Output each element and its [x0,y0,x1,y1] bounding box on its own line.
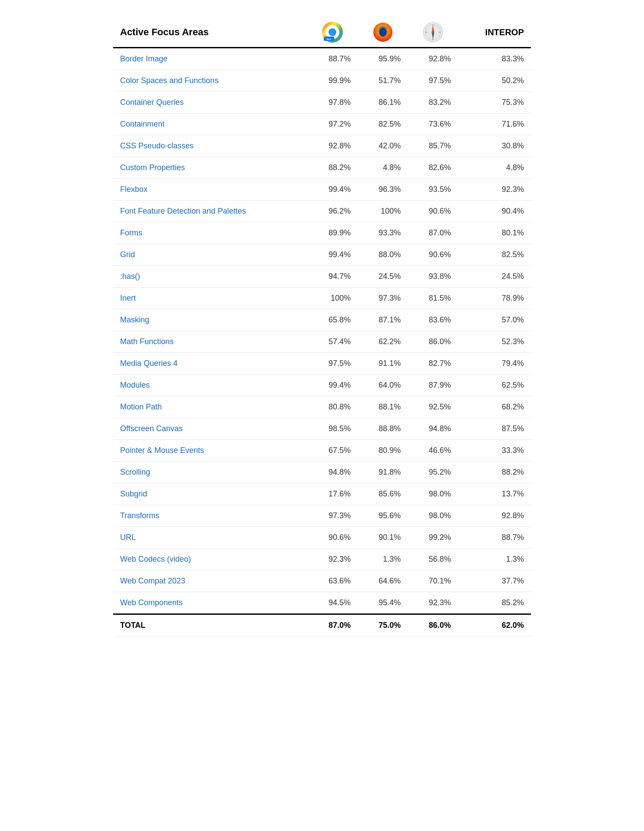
row-name[interactable]: Pointer & Mouse Events [113,440,307,462]
table-row: :has()94.7%24.5%93.8%24.5% [113,266,531,288]
row-name[interactable]: Color Spaces and Functions [113,70,307,92]
row-safari: 56.8% [408,549,458,570]
row-firefox: 95.4% [358,592,408,614]
row-name[interactable]: Modules [113,375,307,396]
total-interop: 62.0% [458,614,531,637]
row-firefox: 86.1% [358,92,408,114]
row-name[interactable]: :has() [113,266,307,288]
row-safari: 93.8% [408,266,458,288]
row-interop: 87.5% [458,418,531,440]
row-interop: 92.3% [458,179,531,201]
table-row: Container Queries97.8%86.1%83.2%75.3% [113,92,531,114]
table-row: Motion Path80.8%88.1%92.5%68.2% [113,396,531,418]
row-firefox: 64.0% [358,375,408,396]
row-name[interactable]: Containment [113,114,307,135]
row-interop: 82.5% [458,244,531,266]
row-interop: 33.3% [458,440,531,462]
table-row: Inert100%97.3%81.5%78.9% [113,288,531,309]
row-interop: 78.9% [458,288,531,309]
row-name[interactable]: Transforms [113,505,307,527]
row-firefox: 4.8% [358,157,408,179]
row-firefox: 95.9% [358,48,408,70]
table-row: Forms89.9%93.3%87.0%80.1% [113,222,531,244]
svg-text:Dev: Dev [326,38,332,40]
row-chrome: 99.9% [307,70,358,92]
table-row: Masking65.8%87.1%83.6%57.0% [113,309,531,331]
table-row: Scrolling94.8%91.8%95.2%88.2% [113,462,531,483]
row-name[interactable]: Masking [113,309,307,331]
row-name[interactable]: Offscreen Canvas [113,418,307,440]
row-safari: 87.9% [408,375,458,396]
row-safari: 98.0% [408,505,458,527]
row-firefox: 91.1% [358,353,408,375]
row-safari: 92.3% [408,592,458,614]
row-interop: 50.2% [458,70,531,92]
row-name[interactable]: CSS Pseudo-classes [113,135,307,157]
row-name[interactable]: Grid [113,244,307,266]
row-firefox: 88.1% [358,396,408,418]
total-label: TOTAL [113,614,307,637]
row-firefox: 95.6% [358,505,408,527]
row-interop: 80.1% [458,222,531,244]
row-firefox: 24.5% [358,266,408,288]
row-name[interactable]: Motion Path [113,396,307,418]
row-name[interactable]: Forms [113,222,307,244]
row-firefox: 96.3% [358,179,408,201]
row-interop: 71.6% [458,114,531,135]
row-name[interactable]: Web Compat 2023 [113,570,307,592]
row-firefox: 64.6% [358,570,408,592]
table-row: URL90.6%90.1%99.2%88.7% [113,527,531,549]
row-firefox: 91.8% [358,462,408,483]
row-firefox: 62.2% [358,331,408,353]
row-name[interactable]: Container Queries [113,92,307,114]
row-interop: 79.4% [458,353,531,375]
col-focus-areas: Active Focus Areas [113,17,307,48]
row-firefox: 51.7% [358,70,408,92]
row-chrome: 96.2% [307,201,358,222]
row-firefox: 88.8% [358,418,408,440]
safari-icon [423,22,443,43]
table-row: Offscreen Canvas98.5%88.8%94.8%87.5% [113,418,531,440]
row-chrome: 63.6% [307,570,358,592]
row-safari: 93.5% [408,179,458,201]
row-chrome: 80.8% [307,396,358,418]
row-interop: 88.7% [458,527,531,549]
row-chrome: 99.4% [307,375,358,396]
col-interop-header: INTEROP [458,17,531,48]
table-row: CSS Pseudo-classes92.8%42.0%85.7%30.8% [113,135,531,157]
row-name[interactable]: Font Feature Detection and Palettes [113,201,307,222]
row-name[interactable]: Media Queries 4 [113,353,307,375]
row-interop: 62.5% [458,375,531,396]
row-name[interactable]: Math Functions [113,331,307,353]
col-safari-header [408,17,458,48]
row-chrome: 97.8% [307,92,358,114]
row-interop: 85.2% [458,592,531,614]
row-firefox: 90.1% [358,527,408,549]
row-safari: 92.8% [408,48,458,70]
row-name[interactable]: Scrolling [113,462,307,483]
row-name[interactable]: Web Components [113,592,307,614]
row-safari: 95.2% [408,462,458,483]
row-firefox: 85.6% [358,483,408,505]
row-chrome: 57.4% [307,331,358,353]
row-safari: 99.2% [408,527,458,549]
row-name[interactable]: Web Codecs (video) [113,549,307,570]
total-firefox: 75.0% [358,614,408,637]
row-safari: 70.1% [408,570,458,592]
row-safari: 83.2% [408,92,458,114]
row-interop: 4.8% [458,157,531,179]
row-name[interactable]: Flexbox [113,179,307,201]
row-name[interactable]: Border Image [113,48,307,70]
row-interop: 37.7% [458,570,531,592]
row-name[interactable]: Subgrid [113,483,307,505]
row-firefox: 42.0% [358,135,408,157]
row-chrome: 94.7% [307,266,358,288]
row-name[interactable]: Custom Properties [113,157,307,179]
row-firefox: 82.5% [358,114,408,135]
row-chrome: 99.4% [307,244,358,266]
row-name[interactable]: URL [113,527,307,549]
row-chrome: 100% [307,288,358,309]
row-name[interactable]: Inert [113,288,307,309]
firefox-icon [372,22,393,43]
row-chrome: 92.3% [307,549,358,570]
